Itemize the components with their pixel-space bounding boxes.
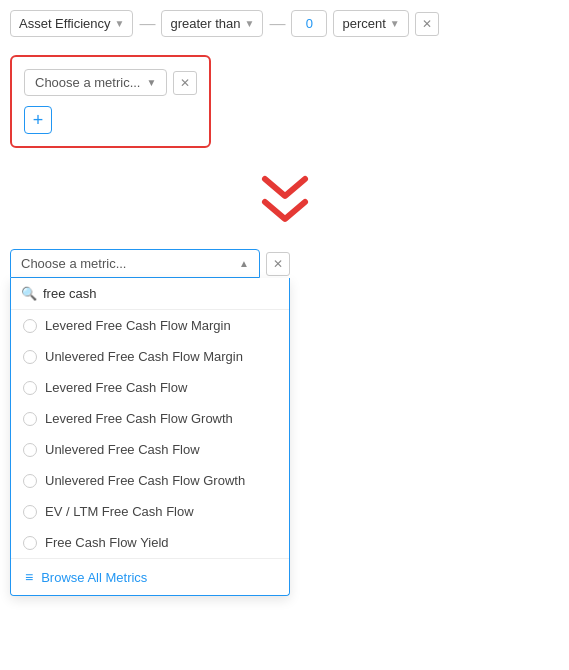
dash1: —: [139, 15, 155, 33]
chevron-divider: [10, 174, 559, 229]
metric-item-label: Levered Free Cash Flow: [45, 380, 187, 395]
search-row: 🔍: [11, 278, 289, 310]
dash2: —: [269, 15, 285, 33]
filter-close-button[interactable]: ✕: [415, 12, 439, 36]
first-metric-box: Choose a metric... ▼ ✕ +: [10, 55, 211, 148]
list-icon: ≡: [25, 569, 33, 585]
first-metric-label: Choose a metric...: [35, 75, 141, 90]
radio-icon: [23, 536, 37, 550]
filter-bar: Asset Efficiency ▼ — greater than ▼ — 0 …: [10, 10, 559, 37]
metric-list-item[interactable]: Levered Free Cash Flow Growth: [11, 403, 289, 434]
second-metric-caret: ▲: [239, 258, 249, 269]
metric-list-item[interactable]: Unlevered Free Cash Flow: [11, 434, 289, 465]
radio-icon: [23, 319, 37, 333]
metric-list-item[interactable]: Levered Free Cash Flow Margin: [11, 310, 289, 341]
metric-select-caret: ▼: [115, 18, 125, 29]
add-row: +: [24, 106, 197, 134]
radio-icon: [23, 443, 37, 457]
metric-list-item[interactable]: Unlevered Free Cash Flow Growth: [11, 465, 289, 496]
metric-list-item[interactable]: Free Cash Flow Yield: [11, 527, 289, 558]
metric-select[interactable]: Asset Efficiency ▼: [10, 10, 133, 37]
unit-select-label: percent: [342, 16, 385, 31]
metric-list: Levered Free Cash Flow MarginUnlevered F…: [11, 310, 289, 558]
metric-item-label: Levered Free Cash Flow Margin: [45, 318, 231, 333]
metric-list-item[interactable]: Levered Free Cash Flow: [11, 372, 289, 403]
metric-item-label: Free Cash Flow Yield: [45, 535, 169, 550]
metric-item-label: Unlevered Free Cash Flow: [45, 442, 200, 457]
first-metric-close-button[interactable]: ✕: [173, 71, 197, 95]
first-metric-row: Choose a metric... ▼ ✕: [24, 69, 197, 96]
metric-item-label: Unlevered Free Cash Flow Growth: [45, 473, 245, 488]
metric-list-item[interactable]: Unlevered Free Cash Flow Margin: [11, 341, 289, 372]
metric-select-label: Asset Efficiency: [19, 16, 111, 31]
condition-caret: ▼: [245, 18, 255, 29]
first-metric-caret: ▼: [147, 77, 157, 88]
unit-select[interactable]: percent ▼: [333, 10, 408, 37]
browse-all-metrics-button[interactable]: ≡ Browse All Metrics: [11, 558, 289, 595]
search-icon: 🔍: [21, 286, 37, 301]
radio-icon: [23, 350, 37, 364]
second-metric-chooser: Choose a metric... ▲ ✕ 🔍 Levered Free Ca…: [10, 249, 290, 596]
metric-item-label: Levered Free Cash Flow Growth: [45, 411, 233, 426]
close-icon: ✕: [273, 257, 283, 271]
double-chevron-icon: [255, 174, 315, 229]
radio-icon: [23, 505, 37, 519]
add-metric-button[interactable]: +: [24, 106, 52, 134]
second-metric-close-button[interactable]: ✕: [266, 252, 290, 276]
condition-select-label: greater than: [170, 16, 240, 31]
second-metric-label: Choose a metric...: [21, 256, 127, 271]
metric-dropdown-panel: 🔍 Levered Free Cash Flow MarginUnlevered…: [10, 278, 290, 596]
metric-search-input[interactable]: [43, 286, 279, 301]
radio-icon: [23, 381, 37, 395]
metric-item-label: EV / LTM Free Cash Flow: [45, 504, 194, 519]
close-icon: ✕: [422, 17, 432, 31]
browse-all-label: Browse All Metrics: [41, 570, 147, 585]
radio-icon: [23, 474, 37, 488]
close-icon: ✕: [180, 76, 190, 90]
second-metric-dropdown[interactable]: Choose a metric... ▲: [10, 249, 260, 278]
metric-list-item[interactable]: EV / LTM Free Cash Flow: [11, 496, 289, 527]
value-input[interactable]: 0: [291, 10, 327, 37]
metric-item-label: Unlevered Free Cash Flow Margin: [45, 349, 243, 364]
condition-select[interactable]: greater than ▼: [161, 10, 263, 37]
unit-caret: ▼: [390, 18, 400, 29]
second-metric-header: Choose a metric... ▲ ✕: [10, 249, 290, 278]
first-metric-dropdown[interactable]: Choose a metric... ▼: [24, 69, 167, 96]
radio-icon: [23, 412, 37, 426]
plus-icon: +: [33, 110, 44, 131]
